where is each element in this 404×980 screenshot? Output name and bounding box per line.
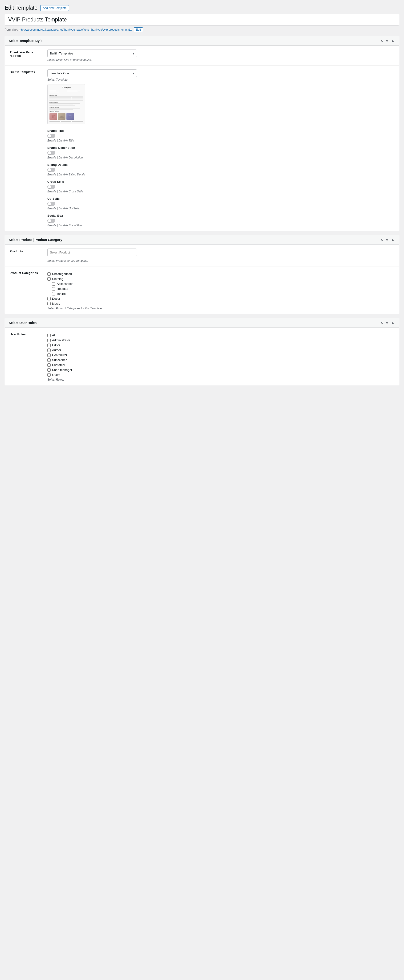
user-roles-hint: Select Roles. (48, 378, 394, 381)
enable-description-switch[interactable] (48, 151, 55, 155)
preview-product-box (67, 113, 74, 120)
cross-sells-thumb (48, 185, 51, 188)
role-administrator: Administrator (48, 338, 394, 342)
user-roles-label: User Roles (10, 331, 43, 381)
category-uncategorized-checkbox[interactable] (48, 272, 51, 276)
enable-title-switch[interactable] (48, 134, 55, 138)
category-decor-label: Decor (52, 297, 60, 301)
builtin-select[interactable]: Template One Template Two Template Three (48, 69, 137, 77)
category-music: Music (48, 302, 394, 305)
product-categories-label: Product Categories (10, 270, 43, 310)
social-box-toggle-group: Social Box Enable | Disable Social Box. (48, 214, 394, 227)
redirect-field-row: Thank You Pageredirect BuiltIn Templates… (5, 46, 399, 65)
enable-description-toggle-group: Enable Description Enable | Disable Desc… (48, 146, 394, 159)
user-roles-panel-controls: ∧ ∨ ▲ (380, 321, 395, 325)
role-all-label: All (52, 333, 55, 337)
role-shop-manager-label: Shop manager (52, 368, 72, 372)
permalink-bar: Permalink: http://woocommerce.koalaapps.… (5, 27, 399, 32)
role-author-checkbox[interactable] (48, 348, 51, 352)
billing-details-switch[interactable] (48, 168, 55, 172)
product-search-input[interactable] (48, 248, 137, 256)
redirect-select-wrapper: BuiltIn Templates Custom Page External U… (48, 49, 137, 57)
permalink-edit-button[interactable]: Edit (134, 27, 143, 32)
user-roles-panel-up-btn[interactable]: ∧ (380, 321, 384, 325)
category-uncategorized-label: Uncategorized (52, 272, 72, 276)
redirect-field-content: BuiltIn Templates Custom Page External U… (48, 49, 394, 62)
product-panel-up-btn[interactable]: ∧ (380, 238, 384, 242)
category-decor: Decor (48, 297, 394, 301)
user-roles-panel-collapse-btn[interactable]: ▲ (390, 321, 395, 325)
user-roles-field-content: All Administrator Editor Author (48, 331, 394, 381)
cross-sells-label: Cross Sells (48, 180, 394, 183)
preview-products (49, 113, 83, 120)
panel-down-btn[interactable]: ∨ (385, 39, 389, 43)
user-roles-field-row: User Roles All Administrator Editor (5, 328, 399, 385)
redirect-select[interactable]: BuiltIn Templates Custom Page External U… (48, 49, 137, 57)
product-panel-collapse-btn[interactable]: ▲ (390, 238, 395, 242)
preview-title: Thankyou (49, 86, 83, 88)
role-editor-checkbox[interactable] (48, 344, 51, 347)
panel-up-btn[interactable]: ∧ (380, 39, 384, 43)
category-music-checkbox[interactable] (48, 302, 51, 305)
user-roles-panel-down-btn[interactable]: ∨ (385, 321, 389, 325)
permalink-url[interactable]: http://woocommerce.koalaapps.net/thankyo… (19, 28, 132, 31)
category-hoodies-label: Hoodies (57, 287, 68, 291)
role-customer-checkbox[interactable] (48, 363, 51, 367)
enable-title-hint: Enable | Disable Title (48, 139, 394, 142)
product-categories-field-content: Uncategorized Clothing Accessories Hoodi… (48, 270, 394, 310)
categories-hint: Select Product Categories for this Templ… (48, 307, 394, 310)
template-style-panel-body: Thank You Pageredirect BuiltIn Templates… (5, 46, 399, 231)
category-tshirts: Tshirts (52, 292, 394, 296)
category-clothing: Clothing (48, 277, 394, 281)
category-hoodies-checkbox[interactable] (52, 287, 55, 291)
add-new-button[interactable]: Add New Template (40, 5, 69, 11)
up-sells-switch[interactable] (48, 202, 55, 206)
up-sells-label: Up-Sells (48, 197, 394, 200)
role-guest: Guest (48, 373, 394, 377)
billing-details-thumb (48, 168, 51, 172)
template-style-panel: Select Template Style ∧ ∨ ▲ Thank You Pa… (5, 36, 399, 231)
role-contributor-label: Contributor (52, 353, 67, 357)
preview-inner: Thankyou (48, 84, 85, 124)
category-decor-checkbox[interactable] (48, 297, 51, 301)
product-categories-list: Uncategorized Clothing Accessories Hoodi… (48, 272, 394, 305)
role-administrator-label: Administrator (52, 338, 70, 342)
enable-title-toggle-group: Enable Title Enable | Disable Title (48, 129, 394, 142)
products-field-content: Select Product for this Template. (48, 248, 394, 262)
category-accessories-checkbox[interactable] (52, 282, 55, 286)
product-panel-controls: ∧ ∨ ▲ (380, 238, 395, 242)
role-administrator-checkbox[interactable] (48, 339, 51, 342)
category-tshirts-label: Tshirts (57, 292, 66, 296)
role-subscriber-checkbox[interactable] (48, 358, 51, 362)
products-label: Products (10, 248, 43, 262)
page-title: Edit Template (5, 5, 38, 11)
enable-description-label: Enable Description (48, 146, 394, 150)
cross-sells-switch[interactable] (48, 185, 55, 189)
cross-sells-track (48, 185, 55, 189)
user-roles-panel-body: User Roles All Administrator Editor (5, 328, 399, 385)
role-shop-manager-checkbox[interactable] (48, 368, 51, 372)
enable-title-thumb (48, 134, 51, 137)
panel-controls: ∧ ∨ ▲ (380, 39, 395, 43)
template-style-panel-title: Select Template Style (9, 39, 43, 43)
user-roles-panel-header: Select User Roles ∧ ∨ ▲ (5, 318, 399, 328)
category-music-label: Music (52, 302, 60, 305)
role-contributor: Contributor (48, 353, 394, 357)
role-guest-checkbox[interactable] (48, 373, 51, 377)
category-tshirts-checkbox[interactable] (52, 292, 55, 296)
template-name-input[interactable] (5, 14, 399, 25)
product-panel-down-btn[interactable]: ∨ (385, 238, 389, 242)
role-contributor-checkbox[interactable] (48, 353, 51, 357)
product-panel-title: Select Product | Product Category (9, 238, 62, 242)
preview-product-shirt (49, 113, 57, 120)
category-clothing-checkbox[interactable] (48, 277, 51, 281)
cross-sells-hint: Enable | Disable Cross Sells (48, 190, 394, 193)
social-box-switch[interactable] (48, 219, 55, 223)
redirect-label: Thank You Pageredirect (10, 49, 43, 62)
role-all-checkbox[interactable] (48, 334, 51, 337)
billing-details-label: Billing Details (48, 163, 394, 167)
enable-description-thumb (48, 151, 51, 154)
panel-collapse-btn[interactable]: ▲ (390, 39, 395, 43)
category-uncategorized: Uncategorized (48, 272, 394, 276)
role-subscriber: Subscriber (48, 358, 394, 362)
